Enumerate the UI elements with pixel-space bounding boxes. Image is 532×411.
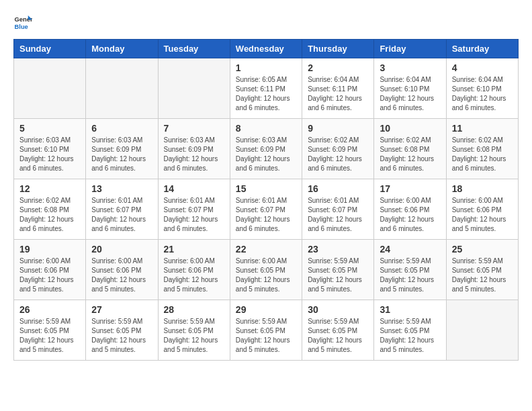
day-number: 12 (19, 183, 80, 194)
calendar-cell: 16Sunrise: 6:01 AMSunset: 6:07 PMDayligh… (302, 179, 374, 240)
day-info: Sunrise: 6:00 AMSunset: 6:06 PMDaylight:… (19, 257, 80, 294)
day-info: Sunrise: 6:04 AMSunset: 6:11 PMDaylight:… (308, 75, 368, 113)
weekday-header: Friday (374, 40, 446, 58)
calendar-cell: 18Sunrise: 6:00 AMSunset: 6:06 PMDayligh… (446, 179, 518, 240)
calendar-cell: 25Sunrise: 5:59 AMSunset: 6:05 PMDayligh… (446, 240, 518, 300)
day-info: Sunrise: 6:03 AMSunset: 6:09 PMDaylight:… (91, 136, 152, 173)
calendar-cell: 22Sunrise: 6:00 AMSunset: 6:05 PMDayligh… (230, 240, 302, 300)
day-info: Sunrise: 6:02 AMSunset: 6:08 PMDaylight:… (380, 136, 440, 173)
day-number: 15 (236, 183, 296, 194)
day-number: 9 (308, 123, 368, 134)
day-number: 26 (19, 304, 80, 315)
calendar-cell: 29Sunrise: 5:59 AMSunset: 6:05 PMDayligh… (230, 300, 302, 361)
day-number: 3 (380, 62, 440, 73)
calendar-cell: 13Sunrise: 6:01 AMSunset: 6:07 PMDayligh… (86, 179, 158, 240)
calendar-week-row: 26Sunrise: 5:59 AMSunset: 6:05 PMDayligh… (14, 300, 519, 361)
day-number: 23 (308, 244, 368, 255)
calendar-cell: 14Sunrise: 6:01 AMSunset: 6:07 PMDayligh… (158, 179, 230, 240)
calendar-cell: 19Sunrise: 6:00 AMSunset: 6:06 PMDayligh… (14, 240, 86, 300)
day-info: Sunrise: 6:04 AMSunset: 6:10 PMDaylight:… (452, 75, 513, 113)
calendar-cell: 12Sunrise: 6:02 AMSunset: 6:08 PMDayligh… (14, 179, 86, 240)
day-info: Sunrise: 6:04 AMSunset: 6:10 PMDaylight:… (380, 75, 440, 113)
logo: General Blue (13, 13, 32, 32)
calendar-cell: 26Sunrise: 5:59 AMSunset: 6:05 PMDayligh… (14, 300, 86, 361)
day-number: 11 (452, 123, 513, 134)
day-info: Sunrise: 6:00 AMSunset: 6:06 PMDaylight:… (164, 257, 224, 294)
calendar-cell: 31Sunrise: 5:59 AMSunset: 6:05 PMDayligh… (374, 300, 446, 361)
day-info: Sunrise: 5:59 AMSunset: 6:05 PMDaylight:… (380, 317, 440, 355)
day-info: Sunrise: 6:02 AMSunset: 6:08 PMDaylight:… (452, 136, 513, 173)
calendar-cell: 1Sunrise: 6:05 AMSunset: 6:11 PMDaylight… (230, 58, 302, 119)
calendar-cell: 23Sunrise: 5:59 AMSunset: 6:05 PMDayligh… (302, 240, 374, 300)
calendar-header-row: SundayMondayTuesdayWednesdayThursdayFrid… (14, 40, 519, 58)
calendar-cell: 28Sunrise: 5:59 AMSunset: 6:05 PMDayligh… (158, 300, 230, 361)
day-number: 18 (452, 183, 513, 194)
day-info: Sunrise: 6:01 AMSunset: 6:07 PMDaylight:… (164, 196, 224, 234)
calendar-cell (158, 58, 230, 119)
svg-text:Blue: Blue (15, 24, 28, 30)
day-number: 8 (236, 123, 296, 134)
day-info: Sunrise: 5:59 AMSunset: 6:05 PMDaylight:… (91, 317, 152, 355)
day-info: Sunrise: 6:02 AMSunset: 6:09 PMDaylight:… (308, 136, 368, 173)
page-header: General Blue (13, 13, 519, 32)
day-info: Sunrise: 5:59 AMSunset: 6:05 PMDaylight:… (164, 317, 224, 355)
calendar-cell: 5Sunrise: 6:03 AMSunset: 6:10 PMDaylight… (14, 119, 86, 179)
day-number: 10 (380, 123, 440, 134)
calendar-cell (446, 300, 518, 361)
day-number: 16 (308, 183, 368, 194)
day-info: Sunrise: 6:00 AMSunset: 6:06 PMDaylight:… (452, 196, 513, 234)
day-number: 6 (91, 123, 152, 134)
day-info: Sunrise: 5:59 AMSunset: 6:05 PMDaylight:… (19, 317, 80, 355)
calendar-cell (86, 58, 158, 119)
calendar-cell: 10Sunrise: 6:02 AMSunset: 6:08 PMDayligh… (374, 119, 446, 179)
day-number: 29 (236, 304, 296, 315)
day-number: 21 (164, 244, 224, 255)
calendar-cell: 7Sunrise: 6:03 AMSunset: 6:09 PMDaylight… (158, 119, 230, 179)
day-number: 30 (308, 304, 368, 315)
calendar-cell: 3Sunrise: 6:04 AMSunset: 6:10 PMDaylight… (374, 58, 446, 119)
calendar-cell: 6Sunrise: 6:03 AMSunset: 6:09 PMDaylight… (86, 119, 158, 179)
calendar-cell: 15Sunrise: 6:01 AMSunset: 6:07 PMDayligh… (230, 179, 302, 240)
day-info: Sunrise: 6:03 AMSunset: 6:09 PMDaylight:… (236, 136, 296, 173)
day-number: 22 (236, 244, 296, 255)
day-info: Sunrise: 6:01 AMSunset: 6:07 PMDaylight:… (308, 196, 368, 234)
day-number: 2 (308, 62, 368, 73)
day-number: 20 (91, 244, 152, 255)
weekday-header: Monday (86, 40, 158, 58)
day-info: Sunrise: 6:03 AMSunset: 6:10 PMDaylight:… (19, 136, 80, 173)
calendar-cell: 20Sunrise: 6:00 AMSunset: 6:06 PMDayligh… (86, 240, 158, 300)
day-number: 31 (380, 304, 440, 315)
day-info: Sunrise: 6:01 AMSunset: 6:07 PMDaylight:… (236, 196, 296, 234)
day-number: 5 (19, 123, 80, 134)
day-number: 1 (236, 62, 296, 73)
day-number: 17 (380, 183, 440, 194)
day-info: Sunrise: 6:01 AMSunset: 6:07 PMDaylight:… (91, 196, 152, 234)
weekday-header: Wednesday (230, 40, 302, 58)
calendar-cell: 27Sunrise: 5:59 AMSunset: 6:05 PMDayligh… (86, 300, 158, 361)
day-number: 4 (452, 62, 513, 73)
calendar-week-row: 19Sunrise: 6:00 AMSunset: 6:06 PMDayligh… (14, 240, 519, 300)
calendar-cell: 2Sunrise: 6:04 AMSunset: 6:11 PMDaylight… (302, 58, 374, 119)
day-info: Sunrise: 6:03 AMSunset: 6:09 PMDaylight:… (164, 136, 224, 173)
calendar-cell: 21Sunrise: 6:00 AMSunset: 6:06 PMDayligh… (158, 240, 230, 300)
calendar-cell: 8Sunrise: 6:03 AMSunset: 6:09 PMDaylight… (230, 119, 302, 179)
calendar-table: SundayMondayTuesdayWednesdayThursdayFrid… (13, 39, 519, 361)
day-info: Sunrise: 5:59 AMSunset: 6:05 PMDaylight:… (380, 257, 440, 294)
day-number: 24 (380, 244, 440, 255)
calendar-week-row: 5Sunrise: 6:03 AMSunset: 6:10 PMDaylight… (14, 119, 519, 179)
logo-icon: General Blue (13, 13, 32, 32)
day-info: Sunrise: 5:59 AMSunset: 6:05 PMDaylight:… (308, 317, 368, 355)
day-number: 14 (164, 183, 224, 194)
calendar-cell: 24Sunrise: 5:59 AMSunset: 6:05 PMDayligh… (374, 240, 446, 300)
calendar-week-row: 1Sunrise: 6:05 AMSunset: 6:11 PMDaylight… (14, 58, 519, 119)
day-info: Sunrise: 6:02 AMSunset: 6:08 PMDaylight:… (19, 196, 80, 234)
day-info: Sunrise: 6:05 AMSunset: 6:11 PMDaylight:… (236, 75, 296, 113)
day-info: Sunrise: 5:59 AMSunset: 6:05 PMDaylight:… (308, 257, 368, 294)
day-number: 27 (91, 304, 152, 315)
day-number: 7 (164, 123, 224, 134)
weekday-header: Tuesday (158, 40, 230, 58)
day-info: Sunrise: 6:00 AMSunset: 6:06 PMDaylight:… (380, 196, 440, 234)
calendar-cell: 11Sunrise: 6:02 AMSunset: 6:08 PMDayligh… (446, 119, 518, 179)
day-info: Sunrise: 6:00 AMSunset: 6:06 PMDaylight:… (91, 257, 152, 294)
calendar-cell (14, 58, 86, 119)
